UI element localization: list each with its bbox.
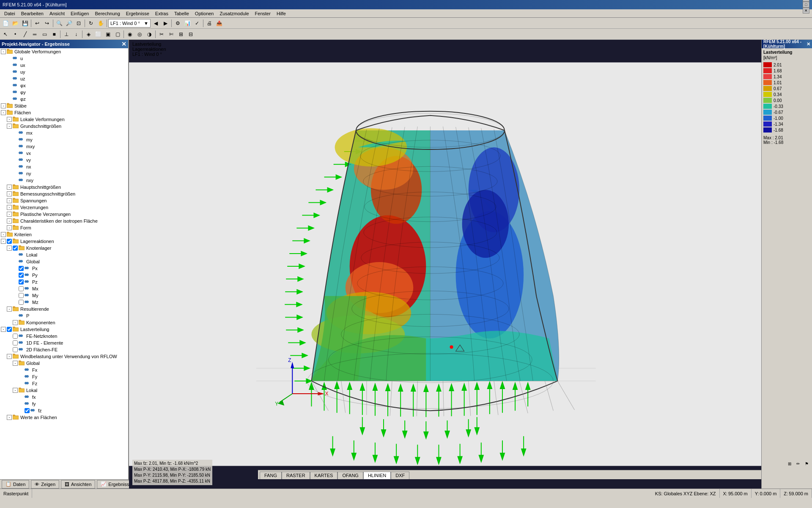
shade-button[interactable]: ◑ bbox=[145, 30, 154, 39]
tree-expand-icon[interactable]: - bbox=[1, 110, 6, 115]
tree-item[interactable]: -Knotenlager bbox=[0, 245, 128, 251]
menu-item-optionen[interactable]: Optionen bbox=[192, 11, 217, 17]
tree-expand-icon[interactable]: - bbox=[1, 239, 6, 244]
menu-item-ansicht[interactable]: Ansicht bbox=[47, 11, 67, 17]
tree-expand-icon[interactable]: - bbox=[7, 225, 12, 230]
tree-checkbox[interactable] bbox=[13, 246, 18, 251]
tree-expand-icon[interactable]: - bbox=[7, 354, 12, 359]
tree-item[interactable]: P bbox=[0, 312, 128, 319]
view-top-button[interactable]: ▢ bbox=[113, 30, 122, 39]
tree-item[interactable]: -Kriterien bbox=[0, 231, 128, 238]
tree-expand-icon[interactable]: - bbox=[7, 191, 12, 196]
tree-item[interactable]: -Lokale Verformungen bbox=[0, 116, 128, 123]
member-button[interactable]: ═ bbox=[30, 30, 39, 39]
rotate-button[interactable]: ↻ bbox=[86, 19, 96, 28]
tree-item[interactable]: 1D FE - Elemente bbox=[0, 340, 128, 346]
tree-item[interactable]: -Windbelastung unter Verwendung von RFLO… bbox=[0, 353, 128, 360]
menu-item-extras[interactable]: Extras bbox=[153, 11, 171, 17]
filter-button[interactable]: ⊞ bbox=[176, 30, 186, 39]
tab-dxf[interactable]: DXF bbox=[391, 472, 409, 479]
tree-item[interactable]: Fz bbox=[0, 380, 128, 387]
tree-expand-icon[interactable]: - bbox=[7, 185, 12, 190]
wireframe-button[interactable]: ◎ bbox=[135, 30, 144, 39]
tree-item[interactable]: Mz bbox=[0, 299, 128, 306]
tree-item[interactable]: ny bbox=[0, 170, 128, 177]
legend-icon-3[interactable]: ⚑ bbox=[803, 460, 810, 467]
tree-checkbox[interactable] bbox=[19, 286, 24, 291]
tree-item[interactable]: fz bbox=[0, 407, 128, 414]
tree-item[interactable]: u bbox=[0, 55, 128, 62]
menu-item-tabelle[interactable]: Tabelle bbox=[172, 11, 192, 17]
right-panel-close[interactable]: ✕ bbox=[807, 41, 810, 47]
tree-item[interactable]: -Lagerreaktionen bbox=[0, 238, 128, 245]
tree-item[interactable]: FE-Netzknoten bbox=[0, 333, 128, 340]
tree-item[interactable]: Pz bbox=[0, 279, 128, 285]
tree-item[interactable]: ux bbox=[0, 62, 128, 69]
tree-item[interactable]: mxy bbox=[0, 143, 128, 150]
tree-item[interactable]: Lokal bbox=[0, 251, 128, 258]
legend-icon-1[interactable]: ⊞ bbox=[786, 460, 793, 467]
tree-item[interactable]: uy bbox=[0, 69, 128, 75]
menu-item-zusatzmodule[interactable]: Zusatzmodule bbox=[217, 11, 252, 17]
tree-expand-icon[interactable]: - bbox=[7, 212, 12, 217]
tree-expand-icon[interactable]: - bbox=[13, 320, 18, 325]
tree-checkbox[interactable] bbox=[7, 239, 12, 244]
tree-item[interactable]: My bbox=[0, 292, 128, 299]
tree-expand-icon[interactable]: - bbox=[1, 232, 6, 237]
results-button[interactable]: 📊 bbox=[183, 19, 192, 28]
tree-item[interactable]: -Grundschnittgrößen bbox=[0, 123, 128, 130]
tree-item[interactable]: fy bbox=[0, 400, 128, 407]
menu-item-datei[interactable]: Datei bbox=[2, 11, 18, 17]
tree-checkbox[interactable] bbox=[19, 273, 24, 278]
tree-item[interactable]: -Stäbe bbox=[0, 102, 128, 109]
tree-item[interactable]: mx bbox=[0, 130, 128, 136]
tree-checkbox[interactable] bbox=[13, 334, 18, 339]
zoom-fit-button[interactable]: ⊡ bbox=[74, 19, 83, 28]
canvas-area[interactable]: Lastverteilung Lagerreaktionen LF1 : Win… bbox=[129, 40, 761, 489]
lf-dropdown[interactable]: LF1 : Wind 0 ° ▼ bbox=[108, 19, 151, 28]
tree-item[interactable]: -Resultierende bbox=[0, 306, 128, 312]
cut-x-button[interactable]: ✂ bbox=[157, 30, 166, 39]
tree-expand-icon[interactable]: - bbox=[7, 218, 12, 224]
tree-item[interactable]: 2D Flächen-FE bbox=[0, 346, 128, 353]
print-button[interactable]: 🖨 bbox=[205, 19, 214, 28]
tree-expand-icon[interactable]: - bbox=[7, 205, 12, 210]
new-button[interactable]: 📄 bbox=[1, 19, 10, 28]
tab-ofang[interactable]: OFANG bbox=[337, 472, 363, 479]
tree-expand-icon[interactable]: - bbox=[1, 49, 6, 54]
tree-item[interactable]: -Charakteristiken der isotropen Fläche bbox=[0, 218, 128, 224]
tree-item[interactable]: nx bbox=[0, 163, 128, 170]
menu-item-ergebnisse[interactable]: Ergebnisse bbox=[123, 11, 152, 17]
tree-checkbox[interactable] bbox=[19, 293, 24, 298]
tree-item[interactable]: -Lastverteilung bbox=[0, 326, 128, 333]
menu-item-bearbeiten[interactable]: Bearbeiten bbox=[19, 11, 46, 17]
line-button[interactable]: ╱ bbox=[20, 30, 30, 39]
redo-button[interactable]: ↪ bbox=[42, 19, 52, 28]
tree-expand-icon[interactable]: - bbox=[7, 306, 12, 312]
panel-close-button[interactable]: ✕ bbox=[121, 41, 126, 47]
prev-button[interactable]: ◀ bbox=[151, 19, 160, 28]
tree-item[interactable]: Px bbox=[0, 265, 128, 272]
tree-expand-icon[interactable]: - bbox=[1, 327, 6, 332]
tree-checkbox[interactable] bbox=[19, 279, 24, 284]
node-button[interactable]: • bbox=[11, 30, 20, 39]
render-button[interactable]: ◉ bbox=[125, 30, 134, 39]
close-button[interactable]: ✕ bbox=[803, 8, 809, 14]
tree-expand-icon[interactable]: - bbox=[1, 103, 6, 108]
menu-item-hilfe[interactable]: Hilfe bbox=[274, 11, 288, 17]
tree-item[interactable]: -Globale Verformungen bbox=[0, 48, 128, 55]
menu-item-einfügen[interactable]: Einfügen bbox=[68, 11, 91, 17]
tree-expand-icon[interactable]: - bbox=[7, 246, 12, 251]
tab-ansichten[interactable]: 🖼 Ansichten bbox=[61, 480, 95, 489]
menu-item-berechnung[interactable]: Berechnung bbox=[92, 11, 122, 17]
tab-kartes[interactable]: KARTES bbox=[310, 472, 338, 479]
tree-item[interactable]: -Werte an Flächen bbox=[0, 414, 128, 421]
tree-item[interactable]: vx bbox=[0, 150, 128, 157]
select-button[interactable]: ↖ bbox=[1, 30, 10, 39]
zoom-out-button[interactable]: 🔎 bbox=[64, 19, 74, 28]
tree-item[interactable]: uz bbox=[0, 75, 128, 82]
save-button[interactable]: 💾 bbox=[20, 19, 30, 28]
tree-item[interactable]: φz bbox=[0, 96, 128, 102]
undo-button[interactable]: ↩ bbox=[33, 19, 42, 28]
tree-item[interactable]: φx bbox=[0, 82, 128, 89]
